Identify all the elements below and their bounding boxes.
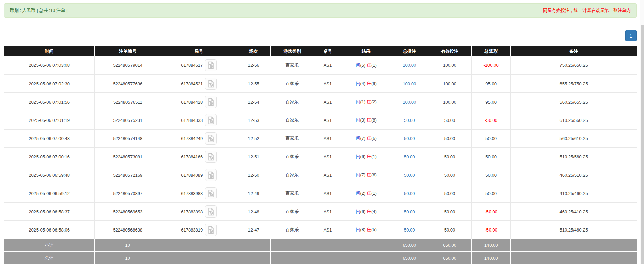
video-replay-button[interactable]: [205, 224, 217, 236]
cell-remark: 510.25/460.25: [511, 221, 637, 239]
total-bet-link[interactable]: 50.00: [404, 191, 415, 196]
cell-session: 12-55: [237, 74, 270, 93]
video-replay-icon: [208, 98, 214, 106]
round-id-text: 617883988: [181, 191, 203, 196]
total-bet-link[interactable]: 100.00: [403, 63, 416, 68]
total-bet-link[interactable]: 50.00: [404, 209, 415, 214]
cell-valid-bet: 50.00: [428, 202, 472, 221]
result-player-label: 闲: [356, 81, 360, 86]
cell-total-bet: 50.00: [391, 221, 428, 239]
header-remark: 备注: [511, 46, 637, 56]
total-bet-link[interactable]: 50.00: [404, 154, 415, 159]
cell-result: 闲(4) 庄(9): [341, 74, 391, 93]
header-bet-id: 注单编号: [95, 46, 161, 56]
cell-payout: -50.00: [472, 111, 511, 129]
cell-game-type: 百家乐: [270, 202, 314, 221]
valid-bet-notice-text: 同局有效投注，统一计算在该局第一张注单内: [543, 7, 631, 14]
result-banker-score: (8): [371, 117, 377, 123]
cell-bet-id: 522480577696: [95, 74, 161, 93]
video-replay-button[interactable]: [205, 187, 217, 199]
result-player-score: (6): [360, 154, 365, 159]
subtotal-valid-bet: 650.00: [428, 239, 472, 251]
cell-payout: 95.00: [472, 74, 511, 93]
cell-table-no: AS1: [314, 129, 341, 148]
table-row: 2025-05-06 07:01:19 522480575231 6178843…: [4, 111, 637, 129]
total-bet-link[interactable]: 100.00: [403, 81, 416, 86]
cell-remark: 460.25/510.25: [511, 166, 637, 184]
cell-session: 12-51: [237, 148, 270, 166]
result-player-label: 闲: [356, 191, 360, 196]
cell-valid-bet: 50.00: [428, 111, 472, 129]
table-header: 时间 注单编号 局号 场次 游戏类别 桌号 结果 总投注 有效投注 总派彩 备注: [4, 46, 637, 56]
page-1-button[interactable]: 1: [625, 30, 637, 41]
video-replay-button[interactable]: [205, 132, 217, 145]
cell-bet-id: 522480569653: [95, 202, 161, 221]
cell-payout: 50.00: [472, 184, 511, 202]
result-player-label: 闲: [356, 209, 360, 214]
cell-time: 2025-05-06 07:03:08: [4, 56, 95, 74]
cell-valid-bet: 100.00: [428, 74, 472, 93]
cell-session: 12-56: [237, 56, 270, 74]
video-replay-button[interactable]: [205, 96, 217, 108]
cell-valid-bet: 100.00: [428, 56, 472, 74]
total-bet-link[interactable]: 50.00: [404, 173, 415, 178]
cell-total-bet: 100.00: [391, 74, 428, 93]
total-row: 总计 10 650.00 650.00 140.00: [4, 251, 637, 264]
round-id-text: 617884521: [181, 81, 203, 86]
total-bet-link[interactable]: 50.00: [404, 227, 415, 233]
video-replay-button[interactable]: [205, 78, 217, 90]
cell-payout: -50.00: [472, 202, 511, 221]
video-replay-button[interactable]: [205, 169, 217, 181]
video-replay-icon: [208, 208, 214, 216]
subtotal-payout: 140.00: [472, 239, 511, 251]
cell-time: 2025-05-06 06:59:48: [4, 166, 95, 184]
cell-session: 12-48: [237, 202, 270, 221]
table-row: 2025-05-06 06:59:48 522480572169 6178840…: [4, 166, 637, 184]
video-replay-icon: [208, 153, 214, 161]
page-content: 币别 : 人民币 | 总共 :10 注单 | 同局有效投注，统一计算在该局第一张…: [4, 3, 637, 264]
cell-session: 12-52: [237, 129, 270, 148]
result-banker-score: (9): [371, 81, 377, 86]
result-player-score: (6): [360, 209, 365, 214]
total-count: 10: [95, 251, 161, 264]
vertical-scrollbar[interactable]: [640, 0, 644, 264]
cell-session: 12-53: [237, 111, 270, 129]
round-id-text: 617883898: [181, 209, 203, 214]
scrollbar-thumb[interactable]: [641, 25, 644, 264]
subtotal-label: 小计: [4, 239, 95, 251]
video-replay-button[interactable]: [205, 59, 217, 71]
video-replay-button[interactable]: [205, 151, 217, 163]
cell-table-no: AS1: [314, 56, 341, 74]
video-replay-button[interactable]: [205, 205, 217, 218]
result-player-score: (3): [360, 117, 365, 123]
cell-game-type: 百家乐: [270, 148, 314, 166]
cell-session: 12-47: [237, 221, 270, 239]
result-player-label: 闲: [356, 172, 360, 177]
total-bet-link[interactable]: 100.00: [403, 100, 416, 105]
result-banker-score: (1): [371, 63, 377, 68]
result-player-score: (4): [360, 81, 365, 86]
cell-total-bet: 50.00: [391, 184, 428, 202]
table-footer: 小计 10 650.00 650.00 140.00 总计 10: [4, 239, 637, 264]
video-replay-button[interactable]: [205, 114, 217, 126]
cell-session: 12-54: [237, 93, 270, 111]
table-row: 2025-05-06 06:59:12 522480570897 6178839…: [4, 184, 637, 202]
result-player-label: 闲: [356, 99, 360, 104]
cell-result: 闲(1) 庄(2): [341, 93, 391, 111]
cell-bet-id: 522480568638: [95, 221, 161, 239]
total-total-bet: 650.00: [391, 251, 428, 264]
total-bet-link[interactable]: 50.00: [404, 118, 415, 123]
total-bet-link[interactable]: 50.00: [404, 136, 415, 141]
result-player-score: (8): [360, 227, 365, 232]
cell-remark: 655.25/750.25: [511, 74, 637, 93]
cell-time: 2025-05-06 06:58:06: [4, 221, 95, 239]
cell-remark: 560.25/610.25: [511, 129, 637, 148]
cell-bet-id: 522480573081: [95, 148, 161, 166]
cell-time: 2025-05-06 07:00:16: [4, 148, 95, 166]
cell-valid-bet: 50.00: [428, 166, 472, 184]
cell-result: 闲(3) 庄(8): [341, 111, 391, 129]
result-player-score: (1): [360, 99, 365, 104]
cell-game-type: 百家乐: [270, 74, 314, 93]
cell-payout: 50.00: [472, 166, 511, 184]
total-valid-bet: 650.00: [428, 251, 472, 264]
